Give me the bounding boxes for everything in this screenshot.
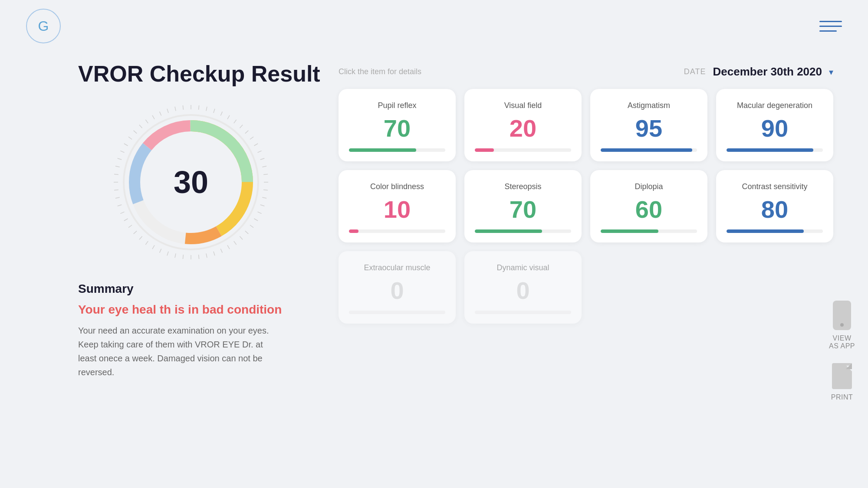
card-diplopia[interactable]: Diplopia 60 bbox=[590, 170, 707, 242]
card-value: 90 bbox=[727, 116, 823, 141]
card-bar bbox=[727, 229, 804, 233]
svg-line-32 bbox=[183, 255, 183, 259]
svg-line-34 bbox=[167, 252, 168, 256]
svg-line-15 bbox=[263, 174, 268, 174]
card-pupil-reflex[interactable]: Pupil reflex 70 bbox=[339, 89, 456, 161]
card-bar-container bbox=[475, 311, 571, 314]
svg-line-7 bbox=[234, 120, 237, 123]
donut-chart: // Will be generated by JS below 30 bbox=[113, 104, 269, 260]
menu-line-1 bbox=[819, 21, 842, 22]
card-value: 20 bbox=[475, 116, 571, 141]
card-bar-container bbox=[349, 148, 445, 152]
svg-line-3 bbox=[206, 107, 207, 111]
card-bar bbox=[475, 229, 542, 233]
svg-line-10 bbox=[250, 137, 253, 139]
card-title: Pupil reflex bbox=[349, 101, 445, 110]
svg-line-60 bbox=[183, 105, 183, 110]
date-label: DATE bbox=[684, 67, 706, 76]
view-as-app-button[interactable]: VIEW AS APP bbox=[829, 301, 855, 350]
svg-line-43 bbox=[118, 205, 122, 206]
card-value: 60 bbox=[601, 197, 697, 222]
card-bar-container bbox=[601, 148, 697, 152]
card-bar bbox=[601, 229, 658, 233]
condition-prefix: Your eye heal th is in bbox=[78, 303, 202, 316]
card-title: Extraocular muscle bbox=[349, 263, 445, 272]
menu-line-2 bbox=[819, 26, 842, 27]
svg-line-33 bbox=[175, 253, 176, 258]
svg-line-36 bbox=[152, 245, 155, 249]
menu-line-3 bbox=[819, 30, 837, 32]
document-icon bbox=[832, 363, 852, 389]
svg-line-37 bbox=[145, 241, 148, 245]
svg-line-57 bbox=[160, 111, 161, 115]
card-bar bbox=[601, 148, 692, 152]
svg-line-9 bbox=[245, 131, 248, 134]
svg-line-49 bbox=[118, 158, 122, 160]
svg-line-8 bbox=[240, 125, 243, 128]
date-dropdown-arrow[interactable]: ▾ bbox=[829, 67, 833, 77]
card-bar bbox=[349, 148, 416, 152]
card-bar bbox=[727, 148, 813, 152]
svg-line-52 bbox=[128, 137, 132, 139]
svg-line-55 bbox=[145, 120, 148, 123]
donut-value: 30 bbox=[174, 164, 208, 200]
cards-grid: Pupil reflex 70 Visual field 20 Astigmat… bbox=[339, 89, 833, 324]
card-value: 70 bbox=[349, 116, 445, 141]
svg-line-58 bbox=[167, 109, 168, 113]
svg-line-17 bbox=[263, 190, 268, 190]
svg-line-41 bbox=[124, 219, 128, 221]
svg-line-23 bbox=[245, 231, 248, 234]
card-value: 10 bbox=[349, 197, 445, 222]
card-title: Color blindness bbox=[349, 182, 445, 191]
card-value: 0 bbox=[475, 278, 571, 303]
left-panel: VROR Checkup Result bbox=[78, 61, 304, 471]
svg-line-38 bbox=[139, 236, 142, 239]
card-dynamic-visual[interactable]: Dynamic visual 0 bbox=[464, 251, 582, 324]
condition-value: bad condition bbox=[202, 303, 282, 316]
card-bar-container bbox=[727, 229, 823, 233]
svg-line-47 bbox=[114, 174, 118, 174]
svg-line-11 bbox=[254, 144, 258, 146]
print-button[interactable]: PRINT bbox=[831, 363, 853, 401]
card-value: 0 bbox=[349, 278, 445, 303]
card-value: 95 bbox=[601, 116, 697, 141]
logo[interactable]: G bbox=[26, 9, 61, 43]
main-content: VROR Checkup Result bbox=[0, 52, 868, 488]
view-as-app-label: VIEW AS APP bbox=[829, 334, 855, 350]
summary-condition: Your eye heal th is in bad condition bbox=[78, 303, 304, 317]
svg-line-13 bbox=[260, 158, 265, 160]
card-title: Astigmatism bbox=[601, 101, 697, 110]
svg-line-19 bbox=[260, 205, 265, 206]
card-title: Contrast sensitivity bbox=[727, 182, 823, 191]
card-contrast-sensitivity[interactable]: Contrast sensitivity 80 bbox=[716, 170, 833, 242]
card-title: Stereopsis bbox=[475, 182, 571, 191]
svg-line-14 bbox=[262, 166, 266, 167]
date-selector[interactable]: DATE December 30th 2020 ▾ bbox=[684, 65, 833, 79]
side-actions: VIEW AS APP PRINT bbox=[829, 301, 855, 401]
page-title: VROR Checkup Result bbox=[78, 61, 304, 87]
menu-button[interactable] bbox=[819, 21, 842, 32]
card-bar-container bbox=[475, 148, 571, 152]
card-bar-container bbox=[349, 311, 445, 314]
card-stereopsis[interactable]: Stereopsis 70 bbox=[464, 170, 582, 242]
card-macular-degeneration[interactable]: Macular degeneration 90 bbox=[716, 89, 833, 161]
card-astigmatism[interactable]: Astigmatism 95 bbox=[590, 89, 707, 161]
card-color-blindness[interactable]: Color blindness 10 bbox=[339, 170, 456, 242]
card-bar-container bbox=[349, 229, 445, 233]
card-title: Macular degeneration bbox=[727, 101, 823, 110]
svg-line-50 bbox=[120, 151, 124, 153]
logo-letter: G bbox=[38, 18, 49, 34]
card-visual-field[interactable]: Visual field 20 bbox=[464, 89, 582, 161]
header: G bbox=[0, 0, 868, 52]
svg-line-21 bbox=[254, 219, 258, 221]
card-value: 70 bbox=[475, 197, 571, 222]
svg-line-51 bbox=[124, 144, 128, 146]
svg-line-2 bbox=[199, 105, 199, 110]
svg-line-56 bbox=[152, 115, 155, 119]
card-bar-container bbox=[475, 229, 571, 233]
svg-line-53 bbox=[134, 131, 137, 134]
svg-line-48 bbox=[115, 166, 120, 167]
svg-line-44 bbox=[115, 197, 120, 198]
svg-line-5 bbox=[220, 111, 222, 115]
card-extraocular-muscle[interactable]: Extraocular muscle 0 bbox=[339, 251, 456, 324]
